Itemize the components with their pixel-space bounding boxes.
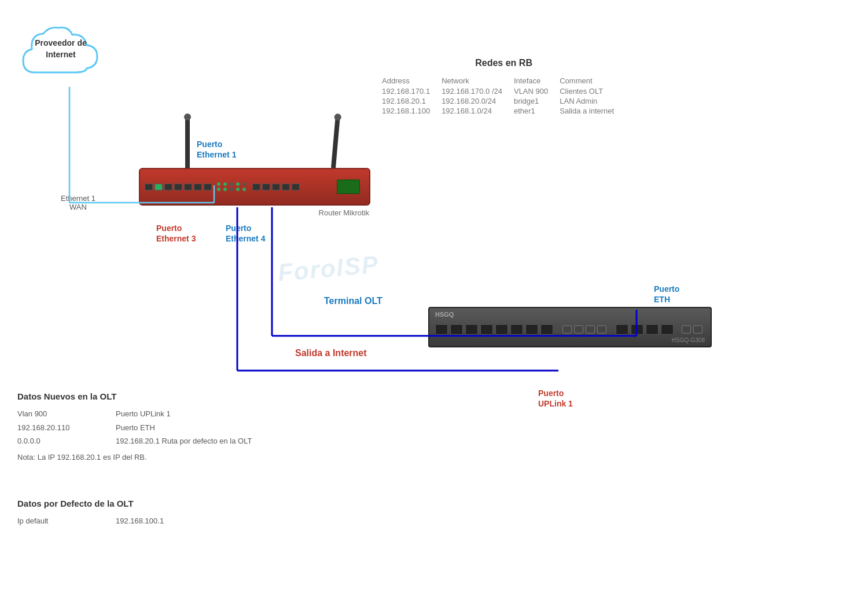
cloud-shape: Proveedor de Internet bbox=[17, 23, 104, 87]
puerto-eth1-label: Puerto Ethernet 1 bbox=[197, 139, 236, 160]
comment-2: LAN Admin bbox=[560, 96, 626, 106]
comment-1: Clientes OLT bbox=[560, 86, 626, 96]
router-port-3 bbox=[164, 184, 172, 191]
olt-rj45-2 bbox=[574, 325, 583, 334]
router-port-2 bbox=[155, 184, 163, 191]
ethernet-wan-label: Ethernet 1 WAN bbox=[61, 194, 95, 211]
olt-rj45-1 bbox=[562, 325, 572, 334]
table-row: 192.168.170.1 192.168.170.0 /24 VLAN 900… bbox=[382, 86, 626, 96]
terminal-olt-label: Terminal OLT bbox=[324, 295, 382, 307]
dn-val-1: Puerto UPLink 1 bbox=[116, 407, 252, 420]
address-1: 192.168.170.1 bbox=[382, 86, 442, 96]
olt-uplink-3 bbox=[646, 324, 659, 335]
dd-key-1: Ip default bbox=[17, 514, 110, 528]
router-leds bbox=[217, 182, 247, 191]
datos-nuevos-title: Datos Nuevos en la OLT bbox=[17, 391, 252, 401]
olt-sfp-1 bbox=[435, 324, 448, 335]
datos-nuevos-note: Nota: La IP 192.168.20.1 es IP del RB. bbox=[17, 451, 252, 464]
olt-sfp-4 bbox=[480, 324, 493, 335]
olt-sfp-7 bbox=[525, 324, 538, 335]
puerto-eth3-label: Puerto Ethernet 3 bbox=[156, 223, 196, 244]
olt-sfp-8 bbox=[540, 324, 553, 335]
datos-defecto-title: Datos por Defecto de la OLT bbox=[17, 499, 164, 508]
router-label: Router Mikrotik bbox=[319, 208, 369, 217]
router-body: Router Mikrotik bbox=[139, 168, 370, 206]
router-screen bbox=[337, 180, 360, 194]
router-port-4 bbox=[174, 184, 182, 191]
router-mikrotik: Router Mikrotik bbox=[139, 168, 382, 214]
router-port-9 bbox=[262, 184, 270, 191]
puerto-eth-label: Puerto ETH bbox=[654, 284, 679, 305]
olt-device: HSGQ HSGQ-G308 bbox=[428, 307, 718, 353]
watermark: ForoISP bbox=[277, 250, 380, 287]
redes-rb-title: Redes en RB bbox=[382, 58, 626, 68]
col-comment: Comment bbox=[560, 75, 626, 86]
puerto-uplink-label: Puerto UPLink 1 bbox=[538, 388, 573, 409]
router-ports bbox=[145, 182, 337, 191]
olt-mgmt-1 bbox=[682, 325, 691, 334]
antenna-left bbox=[185, 116, 190, 168]
table-row: 192.168.1.100 192.168.1.0/24 ether1 Sali… bbox=[382, 106, 626, 116]
network-2: 192.168.20.0/24 bbox=[442, 96, 514, 106]
interface-2: bridge1 bbox=[514, 96, 560, 106]
network-3: 192.168.1.0/24 bbox=[442, 106, 514, 116]
olt-sfp-6 bbox=[510, 324, 523, 335]
datos-nuevos-content: Vlan 900 Puerto UPLink 1 192.168.20.110 … bbox=[17, 407, 252, 464]
salida-internet-label: Salida a Internet bbox=[295, 347, 367, 360]
olt-sfp-3 bbox=[465, 324, 478, 335]
olt-model: HSGQ-G308 bbox=[672, 337, 705, 343]
datos-nuevos-section: Datos Nuevos en la OLT Vlan 900 Puerto U… bbox=[17, 391, 252, 464]
router-port-10 bbox=[272, 184, 280, 191]
router-port-7 bbox=[204, 184, 212, 191]
router-port-6 bbox=[194, 184, 202, 191]
olt-body: HSGQ HSGQ-G308 bbox=[428, 307, 712, 347]
olt-uplink-1 bbox=[616, 324, 628, 335]
col-address: Address bbox=[382, 75, 442, 86]
col-network: Network bbox=[442, 75, 514, 86]
olt-sfp-2 bbox=[450, 324, 463, 335]
address-3: 192.168.1.100 bbox=[382, 106, 442, 116]
datos-defecto-section: Datos por Defecto de la OLT Ip default 1… bbox=[17, 499, 164, 528]
redes-rb-table: Redes en RB Address Network Inteface Com… bbox=[382, 58, 626, 116]
interface-1: VLAN 900 bbox=[514, 86, 560, 96]
olt-sfp-5 bbox=[495, 324, 508, 335]
olt-brand: HSGQ bbox=[435, 311, 454, 318]
dn-key-2: 192.168.20.110 bbox=[17, 421, 110, 434]
redes-rb-data: Address Network Inteface Comment 192.168… bbox=[382, 75, 626, 116]
router-port-11 bbox=[282, 184, 290, 191]
router-port-5 bbox=[184, 184, 192, 191]
col-interface: Inteface bbox=[514, 75, 560, 86]
network-1: 192.168.170.0 /24 bbox=[442, 86, 514, 96]
dn-key-1: Vlan 900 bbox=[17, 407, 110, 420]
dd-val-1: 192.168.100.1 bbox=[116, 514, 164, 528]
olt-mgmt-2 bbox=[693, 325, 703, 334]
router-port-8 bbox=[252, 184, 260, 191]
olt-rj45-4 bbox=[597, 325, 606, 334]
comment-3: Salida a internet bbox=[560, 106, 626, 116]
cloud-label: Proveedor de Internet bbox=[17, 38, 104, 60]
olt-rj45-3 bbox=[586, 325, 595, 334]
dn-val-2: Puerto ETH bbox=[116, 421, 252, 434]
puerto-eth4-label: Puerto Ethernet 4 bbox=[226, 223, 265, 244]
interface-3: ether1 bbox=[514, 106, 560, 116]
olt-ports bbox=[435, 324, 703, 335]
dn-key-3: 0.0.0.0 bbox=[17, 434, 110, 448]
olt-uplink-2 bbox=[631, 324, 643, 335]
address-2: 192.168.20.1 bbox=[382, 96, 442, 106]
table-row: 192.168.20.1 192.168.20.0/24 bridge1 LAN… bbox=[382, 96, 626, 106]
datos-defecto-content: Ip default 192.168.100.1 bbox=[17, 514, 164, 528]
router-port-1 bbox=[145, 184, 153, 191]
dn-val-3: 192.168.20.1 Ruta por defecto en la OLT bbox=[116, 434, 252, 448]
antenna-right bbox=[331, 116, 340, 168]
olt-uplink-4 bbox=[661, 324, 674, 335]
router-port-12 bbox=[292, 184, 300, 191]
